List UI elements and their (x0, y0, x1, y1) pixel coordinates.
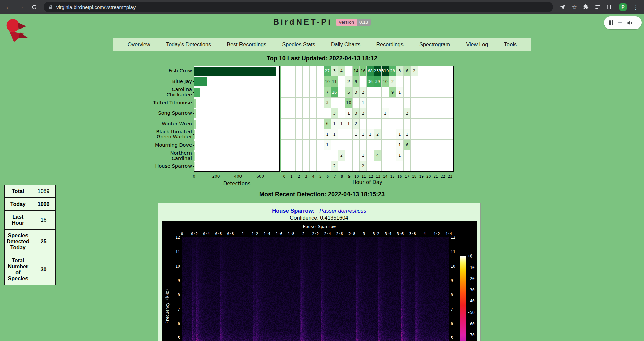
extensions-icon[interactable] (582, 4, 589, 10)
heatmap-cell: 4 (338, 66, 345, 76)
heatmap-cell (281, 98, 288, 108)
send-icon[interactable] (559, 4, 566, 10)
heatmap-cell (432, 129, 439, 139)
species-common-name[interactable]: House Sparrow: (272, 208, 315, 214)
heatmap-cell (432, 87, 439, 98)
heatmap-cell (288, 87, 295, 98)
heatmap-cell (439, 161, 446, 171)
stats-value-last-hour: 16 (32, 211, 55, 229)
nav-item-species-stats[interactable]: Species Stats (282, 42, 315, 48)
heatmap-cell (411, 150, 418, 161)
stats-link-species-today[interactable]: 25 (32, 229, 55, 254)
species-latin-name[interactable]: Passer domesticus (319, 208, 366, 214)
nav-item-tools[interactable]: Tools (504, 42, 517, 48)
version-label: Version (336, 19, 357, 26)
heatmap-cell (439, 87, 446, 98)
heatmap-cell: 319 (382, 66, 389, 76)
heatmap-cell (446, 98, 453, 108)
colorbar-tick: +0 (468, 254, 472, 259)
recent-detection-text: Most Recent Detection: 2022-04-13 18:15:… (0, 191, 644, 198)
heatmap-cell (396, 161, 404, 171)
heatmap-cell: 28 (389, 66, 396, 76)
detection-panel: House Sparrow: Passer domesticus Confide… (158, 203, 481, 341)
heatmap-cell (303, 119, 310, 129)
heatmap-cell (404, 119, 411, 129)
species-label-winter-wren: Winter Wren (153, 119, 192, 129)
reading-list-icon[interactable] (594, 4, 601, 10)
stats-row-species-today: Species Detected Today 25 (4, 229, 55, 254)
side-panel-icon[interactable] (606, 4, 613, 10)
stats-link-total-species[interactable]: 30 (32, 254, 55, 285)
species-label-northern-cardinal: Northern Cardinal (153, 151, 192, 161)
detections-axis-label: Detections (194, 181, 280, 187)
freq-tick: 8 (451, 293, 453, 297)
nav-item-daily-charts[interactable]: Daily Charts (331, 42, 360, 48)
heatmap-cell: 1 (360, 129, 367, 139)
url-bar[interactable]: virginia.birdnetpi.com/?stream=play (44, 2, 553, 12)
bar-axis-tick: 200 (212, 174, 220, 179)
heatmap-cell (317, 119, 324, 129)
forward-button[interactable]: → (16, 2, 26, 12)
heatmap-cell (338, 98, 345, 108)
pause-button[interactable] (609, 20, 613, 25)
audio-player[interactable] (604, 16, 642, 29)
heatmap-cell (432, 119, 439, 129)
top10-heading: Top 10 Last Updated: 2022-04-13 18:12 (0, 55, 644, 62)
seek-bar[interactable] (618, 22, 622, 23)
back-button[interactable]: ← (3, 2, 13, 12)
bookmark-star-icon[interactable]: ☆ (571, 4, 577, 10)
heatmap-cell (389, 108, 396, 119)
heatmap-cell: 1 (396, 140, 404, 150)
heatmap-cell (446, 161, 453, 171)
detections-barplot (194, 66, 280, 172)
heatmap-cell: 3 (331, 66, 338, 76)
heatmap-cell (310, 119, 317, 129)
heatmap-cell (404, 161, 411, 171)
heatmap-cell (281, 108, 288, 119)
heatmap-cell (310, 129, 317, 139)
heatmap-cell (353, 150, 360, 161)
heatmap-cell: 6 (324, 119, 331, 129)
stats-table: Total 1089 Today 1006 Last Hour 16 Speci… (4, 185, 56, 285)
heatmap-cell: 36 (367, 76, 374, 87)
volume-icon[interactable] (626, 19, 633, 26)
hour-tick: 23 (448, 174, 452, 178)
stats-label-today: Today (4, 198, 32, 211)
heatmap-cell (281, 76, 288, 87)
nav-item-spectrogram[interactable]: Spectrogram (419, 42, 450, 48)
freq-tick: 7 (451, 307, 453, 312)
heatmap-cell: 1 (396, 87, 404, 98)
heatmap-cell (446, 66, 453, 76)
menu-kebab-icon[interactable]: ⋮ (633, 3, 639, 11)
heatmap-cell (317, 161, 324, 171)
heatmap-cell (418, 87, 425, 98)
heatmap-cell (418, 129, 425, 139)
reload-button[interactable] (29, 2, 39, 12)
heatmap-cell (425, 98, 432, 108)
detections-bar-tufted-titmouse (194, 99, 196, 108)
time-tick: 0·4 (203, 232, 210, 236)
stats-link-today[interactable]: 1006 (32, 198, 55, 211)
hour-tick: 4 (312, 174, 314, 178)
heatmap-cell (296, 129, 303, 139)
heatmap-cell (303, 129, 310, 139)
heatmap-cell (446, 150, 453, 161)
nav-item-view-log[interactable]: View Log (466, 42, 488, 48)
nav-item-overview[interactable]: Overview (128, 42, 150, 48)
nav-item-best-recordings[interactable]: Best Recordings (227, 42, 266, 48)
freq-tick: 10 (169, 264, 180, 269)
nav-item-recordings[interactable]: Recordings (376, 42, 404, 48)
heatmap-cell (374, 161, 382, 171)
freq-tick: 6 (169, 321, 180, 326)
profile-avatar[interactable]: P (619, 3, 627, 11)
page-title: BirdNET-Pi (273, 17, 332, 27)
heatmap-cell (367, 161, 374, 171)
heatmap-cell (382, 87, 389, 98)
time-tick: 2·6 (336, 232, 343, 236)
heatmap-cell (288, 108, 295, 119)
nav-item-today-s-detections[interactable]: Today's Detections (166, 42, 211, 48)
heatmap-cell (317, 76, 324, 87)
heatmap-cell (411, 129, 418, 139)
heatmap-cell (382, 161, 389, 171)
heatmap-cell: 1 (404, 129, 411, 139)
